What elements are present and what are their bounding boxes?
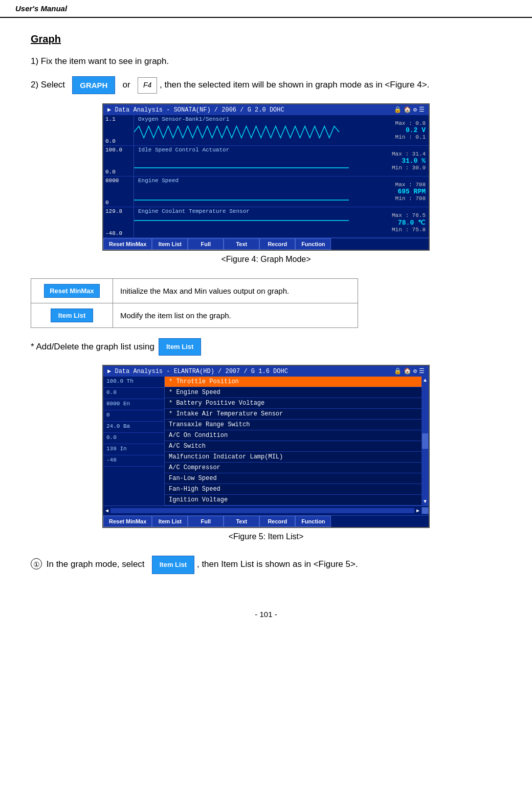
- page-number: - 101 -: [255, 610, 277, 619]
- list-item-10[interactable]: Fan-High Speed: [165, 484, 422, 495]
- page-footer: - 101 -: [0, 610, 532, 629]
- circle-num: ①: [31, 558, 42, 569]
- screen2-title: ▶ Data Analysis - ELANTRA(HD) / 2007 / G…: [107, 367, 288, 375]
- header-title: User's Manual: [15, 4, 67, 13]
- screen-icons: 🔒 🏠 ⚙ ☰: [394, 106, 425, 114]
- scroll-up-arrow[interactable]: ▲: [424, 378, 427, 383]
- screen2-body: 100.0 Th 0.0 8000 En 0 24.0 Ba 0.0 139 I…: [103, 377, 429, 506]
- toolbar2-record-btn[interactable]: Record: [259, 516, 295, 527]
- toolbar2-reset-btn[interactable]: Reset MinMax: [103, 516, 152, 527]
- toolbar2-full-btn[interactable]: Full: [188, 516, 224, 527]
- list-item-1[interactable]: * Engine Speed: [165, 387, 422, 398]
- list-item-9[interactable]: Fan-Low Speed: [165, 473, 422, 484]
- screen-row-4: 129.8 -48.0 Engine Coolant Temperature S…: [103, 207, 429, 238]
- screen-row-3: 8000 0 Engine Speed Max : 708 695 RPM Mi…: [103, 177, 429, 207]
- add-delete-item-list-btn[interactable]: Item List: [159, 338, 201, 356]
- wave-graph-1: [134, 123, 349, 141]
- hscroll-right-arrow[interactable]: ▶: [414, 508, 422, 514]
- hscroll-corner: [422, 507, 429, 514]
- list-item-8[interactable]: A/C Compressor: [165, 463, 422, 473]
- table-desc-2: Modify the item list on the graph.: [113, 303, 358, 328]
- reset-minmax-button[interactable]: Reset MinMax: [44, 284, 100, 298]
- page-content: Graph 1) Fix the item want to see in gra…: [0, 18, 532, 595]
- graph-button[interactable]: GRAPH: [72, 76, 115, 95]
- h-scrollbar[interactable]: ◀ ▶: [103, 506, 429, 515]
- scroll-thumb[interactable]: [422, 433, 428, 449]
- screen-row-1: 1.1 0.0 Oxygen Sensor-Bank1/Sensor1 Max …: [103, 115, 429, 146]
- figure5-caption: <Figure 5: Item List>: [229, 532, 304, 541]
- table-btn-cell-1: Reset MinMax: [31, 279, 113, 303]
- screen-title: ▶ Data Analysis - SONATA(NF) / 2006 / G …: [107, 106, 284, 114]
- toolbar-item-list-btn[interactable]: Item List: [152, 238, 188, 250]
- wave-graph-3: [134, 185, 349, 202]
- info-table: Reset MinMax Initialize the Max and Min …: [31, 278, 358, 328]
- toolbar-function-btn[interactable]: Function: [295, 238, 331, 250]
- screen-toolbar-2: Reset MinMax Item List Full Text Record …: [103, 515, 429, 527]
- table-row-2: Item List Modify the item list on the gr…: [31, 303, 358, 328]
- list-item-5[interactable]: A/C On Condition: [165, 430, 422, 441]
- hscroll-track[interactable]: [110, 508, 414, 513]
- toolbar2-function-btn[interactable]: Function: [295, 516, 331, 527]
- add-delete-para: * Add/Delete the graph list using Item L…: [31, 338, 501, 356]
- wave-graph-4: [134, 215, 349, 233]
- page-header: User's Manual: [0, 0, 532, 18]
- table-desc-1: Initialize the Max and Min values output…: [113, 279, 358, 303]
- scroll-down-arrow[interactable]: ▼: [424, 499, 427, 504]
- figure5-screen: ▶ Data Analysis - ELANTRA(HD) / 2007 / G…: [102, 365, 430, 528]
- figure4-caption: <Figure 4: Graph Mode>: [221, 255, 311, 264]
- wave-graph-2: [134, 154, 349, 171]
- note-item-list-btn[interactable]: Item List: [152, 556, 194, 574]
- screen2-left-panel: 100.0 Th 0.0 8000 En 0 24.0 Ba 0.0 139 I…: [103, 377, 165, 506]
- hscroll-left-arrow[interactable]: ◀: [103, 508, 110, 514]
- f4-button[interactable]: F4: [138, 77, 157, 94]
- list-item-2[interactable]: * Battery Positive Voltage: [165, 398, 422, 409]
- screen2-title-bar: ▶ Data Analysis - ELANTRA(HD) / 2007 / G…: [103, 366, 429, 377]
- paragraph-1: 1) Fix the item want to see in graph.: [31, 54, 501, 69]
- toolbar-record-btn[interactable]: Record: [259, 238, 295, 250]
- scrollbar[interactable]: ▲ ▼: [422, 377, 429, 506]
- toolbar-reset-btn[interactable]: Reset MinMax: [103, 238, 152, 250]
- toolbar2-text-btn[interactable]: Text: [224, 516, 259, 527]
- toolbar-text-btn[interactable]: Text: [224, 238, 259, 250]
- list-item-7[interactable]: Malfunction Indicator Lamp(MIL): [165, 452, 422, 463]
- section-title: Graph: [31, 33, 501, 45]
- screen-row-2: 100.0 0.0 Idle Speed Control Actuator Ma…: [103, 146, 429, 177]
- toolbar2-item-list-btn[interactable]: Item List: [152, 516, 188, 527]
- list-item-0[interactable]: * Throttle Position: [165, 377, 422, 387]
- screen-toolbar-1: Reset MinMax Item List Full Text Record …: [103, 238, 429, 250]
- list-item-11[interactable]: Ignition Voltage: [165, 495, 422, 506]
- figure4-container: ▶ Data Analysis - SONATA(NF) / 2006 / G …: [31, 103, 501, 273]
- table-btn-cell-2: Item List: [31, 303, 113, 328]
- toolbar-full-btn[interactable]: Full: [188, 238, 224, 250]
- screen-title-bar: ▶ Data Analysis - SONATA(NF) / 2006 / G …: [103, 104, 429, 115]
- screen2-item-list: * Throttle Position * Engine Speed * Bat…: [165, 377, 422, 506]
- list-item-6[interactable]: A/C Switch: [165, 441, 422, 452]
- figure5-container: ▶ Data Analysis - ELANTRA(HD) / 2007 / G…: [31, 365, 501, 551]
- screen2-icons: 🔒 🏠 ⚙ ☰: [394, 367, 425, 375]
- table-row-1: Reset MinMax Initialize the Max and Min …: [31, 279, 358, 303]
- item-list-button-table[interactable]: Item List: [51, 309, 93, 322]
- figure4-screen: ▶ Data Analysis - SONATA(NF) / 2006 / G …: [102, 103, 430, 251]
- paragraph-2: 2) Select GRAPH or F4 , then the selecte…: [31, 76, 501, 95]
- list-item-4[interactable]: Transaxle Range Switch: [165, 420, 422, 430]
- list-item-3[interactable]: * Intake Air Temperature Sensor: [165, 409, 422, 420]
- bottom-note: ① In the graph mode, select Item List , …: [31, 556, 501, 574]
